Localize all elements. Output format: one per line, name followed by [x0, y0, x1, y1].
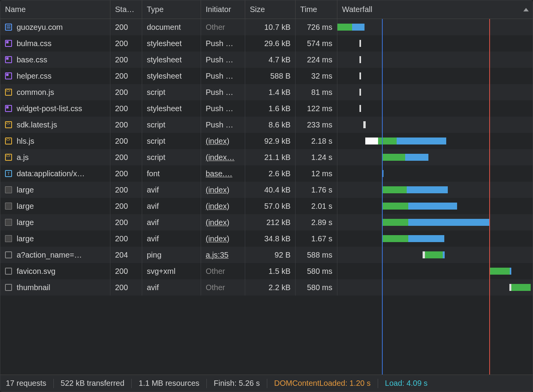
cell-name[interactable]: helper.css — [0, 68, 110, 84]
cell-name[interactable]: large — [0, 198, 110, 214]
cell-time: 580 ms — [296, 279, 337, 296]
cell-initiator[interactable]: (index) — [201, 198, 245, 214]
cell-initiator: Push … — [201, 84, 245, 100]
resource-name: a.js — [17, 153, 29, 162]
cell-status: 200 — [110, 117, 142, 133]
cell-initiator[interactable]: (index) — [201, 182, 245, 198]
img-icon — [5, 235, 12, 242]
cell-waterfall[interactable] — [337, 52, 533, 68]
cell-status: 200 — [110, 19, 142, 35]
cell-initiator[interactable]: (index) — [201, 133, 245, 149]
waterfall-bar — [359, 105, 361, 112]
cell-waterfall[interactable] — [337, 117, 533, 133]
header-initiator[interactable]: Initiator — [201, 0, 245, 19]
table-row[interactable]: large200avif(index)40.4 kB1.76 s — [0, 182, 533, 198]
waterfall-segment — [405, 154, 428, 161]
header-type[interactable]: Type — [142, 0, 201, 19]
cell-status: 200 — [110, 149, 142, 165]
cell-status: 200 — [110, 68, 142, 84]
font-icon: T — [5, 170, 12, 177]
cell-name[interactable]: large — [0, 214, 110, 230]
cell-time: 588 ms — [296, 247, 337, 263]
cell-type: avif — [142, 198, 201, 214]
cell-name[interactable]: a?action_name=… — [0, 247, 110, 263]
cell-waterfall[interactable] — [337, 165, 533, 182]
table-row[interactable]: base.css200stylesheetPush …4.7 kB224 ms — [0, 52, 533, 68]
cell-name[interactable]: thumbnail — [0, 279, 110, 296]
cell-time: 1.67 s — [296, 230, 337, 247]
cell-name[interactable]: guozeyu.com — [0, 19, 110, 35]
waterfall-bar — [359, 56, 361, 63]
waterfall-segment — [359, 40, 361, 47]
cell-name[interactable]: large — [0, 230, 110, 247]
cell-type: stylesheet — [142, 52, 201, 68]
cell-waterfall[interactable] — [337, 133, 533, 149]
js-icon — [5, 154, 12, 161]
header-status[interactable]: Sta… — [110, 0, 142, 19]
table-row[interactable]: large200avif(index)212 kB2.89 s — [0, 214, 533, 230]
table-row[interactable]: sdk.latest.js200scriptPush …8.6 kB233 ms — [0, 117, 533, 133]
table-row[interactable]: widget-post-list.css200stylesheetPush …1… — [0, 100, 533, 117]
cell-waterfall[interactable] — [337, 84, 533, 100]
cell-initiator[interactable]: a.js:35 — [201, 247, 245, 263]
cell-waterfall[interactable] — [337, 149, 533, 165]
table-row[interactable]: thumbnail200avifOther2.2 kB580 ms — [0, 279, 533, 296]
cell-initiator[interactable]: base.… — [201, 165, 245, 182]
cell-type: document — [142, 19, 201, 35]
cell-waterfall[interactable] — [337, 263, 533, 279]
waterfall-bar — [363, 121, 366, 128]
table-row[interactable]: favicon.svg200svg+xmlOther1.5 kB580 ms — [0, 263, 533, 279]
table-row[interactable]: large200avif(index)34.8 kB1.67 s — [0, 230, 533, 247]
cell-size: 10.7 kB — [245, 19, 296, 35]
table-row[interactable]: hls.js200script(index)92.9 kB2.18 s — [0, 133, 533, 149]
table-row[interactable]: bulma.css200stylesheetPush …29.6 kB574 m… — [0, 35, 533, 52]
waterfall-segment — [408, 235, 444, 242]
header-name[interactable]: Name — [0, 0, 110, 19]
header-waterfall[interactable]: Waterfall — [337, 0, 533, 19]
cell-waterfall[interactable] — [337, 230, 533, 247]
cell-initiator: Push … — [201, 68, 245, 84]
cell-name[interactable]: bulma.css — [0, 35, 110, 52]
cell-waterfall[interactable] — [337, 100, 533, 117]
cell-name[interactable]: widget-post-list.css — [0, 100, 110, 117]
js-icon — [5, 89, 12, 96]
cell-name[interactable]: common.js — [0, 84, 110, 100]
cell-status: 200 — [110, 52, 142, 68]
cell-name[interactable]: hls.js — [0, 133, 110, 149]
cell-name[interactable]: Tdata:application/x… — [0, 165, 110, 182]
waterfall-bar — [382, 203, 457, 210]
cell-name[interactable]: base.css — [0, 52, 110, 68]
cell-initiator[interactable]: (index) — [201, 230, 245, 247]
cell-initiator[interactable]: (index) — [201, 214, 245, 230]
table-row[interactable]: Tdata:application/x…200fontbase.…2.6 kB1… — [0, 165, 533, 182]
cell-waterfall[interactable] — [337, 35, 533, 52]
cell-type: script — [142, 117, 201, 133]
table-row[interactable]: a.js200script(index…21.1 kB1.24 s — [0, 149, 533, 165]
table-row[interactable]: helper.css200stylesheetPush …588 B32 ms — [0, 68, 533, 84]
cell-waterfall[interactable] — [337, 19, 533, 35]
cell-waterfall[interactable] — [337, 68, 533, 84]
header-time[interactable]: Time — [296, 0, 337, 19]
cell-waterfall[interactable] — [337, 182, 533, 198]
waterfall-segment — [490, 268, 510, 275]
resource-name: sdk.latest.js — [17, 120, 57, 129]
summary-requests: 17 requests — [6, 379, 46, 388]
cell-name[interactable]: large — [0, 182, 110, 198]
header-size[interactable]: Size — [245, 0, 296, 19]
table-row[interactable]: guozeyu.com200documentOther10.7 kB726 ms — [0, 19, 533, 35]
table-row[interactable]: common.js200scriptPush …1.4 kB81 ms — [0, 84, 533, 100]
cell-waterfall[interactable] — [337, 279, 533, 296]
resource-name: large — [17, 186, 34, 194]
summary-bar: 17 requests 522 kB transferred 1.1 MB re… — [0, 375, 533, 392]
cell-name[interactable]: favicon.svg — [0, 263, 110, 279]
cell-name[interactable]: a.js — [0, 149, 110, 165]
cell-initiator[interactable]: (index… — [201, 149, 245, 165]
table-row[interactable]: a?action_name=…204pinga.js:3592 B588 ms — [0, 247, 533, 263]
cell-name[interactable]: sdk.latest.js — [0, 117, 110, 133]
table-row[interactable]: large200avif(index)57.0 kB2.01 s — [0, 198, 533, 214]
cell-time: 32 ms — [296, 68, 337, 84]
waterfall-segment — [382, 235, 408, 242]
cell-waterfall[interactable] — [337, 214, 533, 230]
cell-waterfall[interactable] — [337, 247, 533, 263]
cell-waterfall[interactable] — [337, 198, 533, 214]
